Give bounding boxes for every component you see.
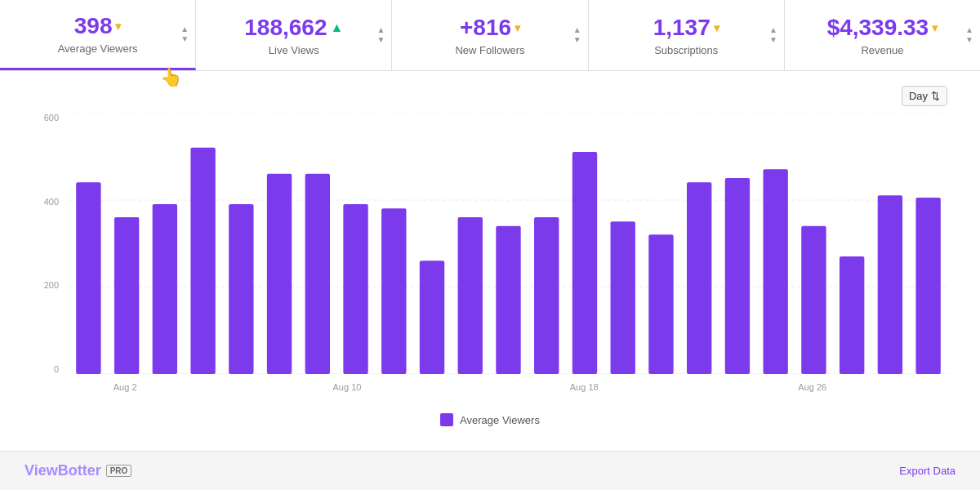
metric-label-avg-viewers: Average Viewers: [58, 42, 138, 55]
period-label: Day: [909, 90, 928, 102]
stepper-down-icon: ▼: [769, 36, 777, 44]
bar-18[interactable]: [763, 169, 787, 374]
metric-item-avg-viewers[interactable]: 398 ▾ Average Viewers ▲ ▼: [0, 0, 196, 70]
stepper-down-icon: ▼: [573, 36, 581, 44]
stepper-up-icon: ▲: [965, 26, 973, 34]
y-label-200: 200: [33, 280, 59, 290]
metric-item-live-views[interactable]: 188,662 ▲ Live Views ▲ ▼: [196, 0, 392, 70]
metric-value-subscriptions: 1,137 ▾: [653, 15, 719, 41]
brand-view: View: [24, 462, 58, 479]
pro-badge: PRO: [106, 465, 132, 477]
stepper-subscriptions[interactable]: ▲ ▼: [769, 26, 777, 44]
bar-2[interactable]: [153, 204, 177, 374]
bar-16[interactable]: [687, 182, 711, 374]
brand-name: ViewBotter: [24, 462, 101, 479]
bar-8[interactable]: [381, 208, 406, 374]
bar-5[interactable]: [267, 174, 292, 374]
metric-value-live-views: 188,662 ▲: [244, 15, 343, 41]
chart-area: [69, 113, 947, 374]
bar-0[interactable]: [76, 182, 100, 374]
bar-3[interactable]: [190, 148, 215, 374]
stepper-up-icon: ▲: [769, 26, 777, 34]
bar-20[interactable]: [840, 256, 864, 374]
metric-value-avg-viewers: 398 ▾: [74, 13, 122, 39]
stepper-up-icon: ▲: [180, 25, 189, 33]
stepper-down-icon: ▼: [377, 36, 385, 44]
bar-19[interactable]: [801, 226, 826, 374]
stepper-live-views[interactable]: ▲ ▼: [377, 26, 385, 44]
stepper-up-icon: ▲: [377, 26, 385, 34]
trend-icon-new-followers: ▾: [514, 21, 520, 34]
trend-icon-live-views: ▲: [330, 20, 343, 35]
bar-10[interactable]: [458, 217, 483, 374]
metric-item-revenue[interactable]: $4,339.33 ▾ Revenue ▲ ▼: [785, 0, 980, 70]
stepper-avg-viewers[interactable]: ▲ ▼: [180, 25, 189, 43]
x-label-Aug-10: Aug 10: [333, 382, 362, 392]
bar-14[interactable]: [611, 221, 635, 374]
legend-label: Average Viewers: [460, 414, 540, 426]
bar-21[interactable]: [878, 195, 902, 374]
y-label-0: 0: [33, 364, 59, 374]
chart-container: Day ⇅ 6004002000 Aug 2Aug 10Aug 18Aug 26…: [0, 71, 980, 447]
x-labels: Aug 2Aug 10Aug 18Aug 26: [69, 374, 947, 407]
stepper-revenue[interactable]: ▲ ▼: [965, 26, 973, 44]
chart-controls: Day ⇅: [24, 79, 956, 113]
trend-icon-revenue: ▾: [932, 21, 938, 34]
bar-22[interactable]: [915, 198, 940, 374]
bar-9[interactable]: [420, 261, 444, 374]
bar-1[interactable]: [114, 217, 139, 374]
bar-17[interactable]: [725, 178, 750, 374]
chart-wrapper: 6004002000 Aug 2Aug 10Aug 18Aug 26: [33, 113, 947, 407]
metric-label-subscriptions: Subscriptions: [654, 44, 718, 56]
x-label-Aug-2: Aug 2: [114, 382, 137, 392]
metric-value-new-followers: +816 ▾: [460, 15, 520, 41]
stepper-new-followers[interactable]: ▲ ▼: [573, 26, 581, 44]
metric-value-revenue: $4,339.33 ▾: [827, 15, 938, 41]
y-label-600: 600: [33, 113, 59, 122]
metric-item-new-followers[interactable]: +816 ▾ New Followers ▲ ▼: [392, 0, 588, 70]
bar-6[interactable]: [305, 174, 330, 374]
metrics-bar: 398 ▾ Average Viewers ▲ ▼ 188,662 ▲ Live…: [0, 0, 980, 71]
bar-15[interactable]: [648, 234, 673, 374]
bar-12[interactable]: [534, 217, 559, 374]
bar-11[interactable]: [496, 226, 520, 374]
metric-item-subscriptions[interactable]: 1,137 ▾ Subscriptions ▲ ▼: [589, 0, 785, 70]
trend-icon-avg-viewers: ▾: [115, 20, 121, 33]
chart-legend: Average Viewers: [24, 413, 956, 426]
trend-icon-subscriptions: ▾: [714, 21, 719, 34]
y-label-400: 400: [33, 197, 59, 207]
bar-chart: [69, 113, 947, 374]
stepper-down-icon: ▼: [965, 36, 973, 44]
export-data-link[interactable]: Export Data: [899, 465, 956, 477]
metric-label-live-views: Live Views: [269, 44, 319, 56]
metric-label-new-followers: New Followers: [455, 44, 524, 56]
y-axis: 6004002000: [33, 113, 65, 374]
period-select[interactable]: Day ⇅: [902, 86, 947, 106]
footer: ViewBotter PRO Export Data: [0, 451, 980, 490]
metric-label-revenue: Revenue: [861, 44, 903, 56]
legend-color-box: [440, 413, 453, 426]
period-arrows-icon: ⇅: [931, 90, 940, 102]
x-label-Aug-18: Aug 18: [570, 382, 599, 392]
brand: ViewBotter PRO: [24, 462, 131, 479]
brand-botter: Botter: [58, 462, 101, 479]
stepper-up-icon: ▲: [573, 26, 581, 34]
x-label-Aug-26: Aug 26: [798, 382, 826, 392]
bar-4[interactable]: [229, 204, 253, 374]
bar-13[interactable]: [572, 152, 597, 374]
stepper-down-icon: ▼: [180, 35, 189, 43]
bar-7[interactable]: [343, 204, 368, 374]
